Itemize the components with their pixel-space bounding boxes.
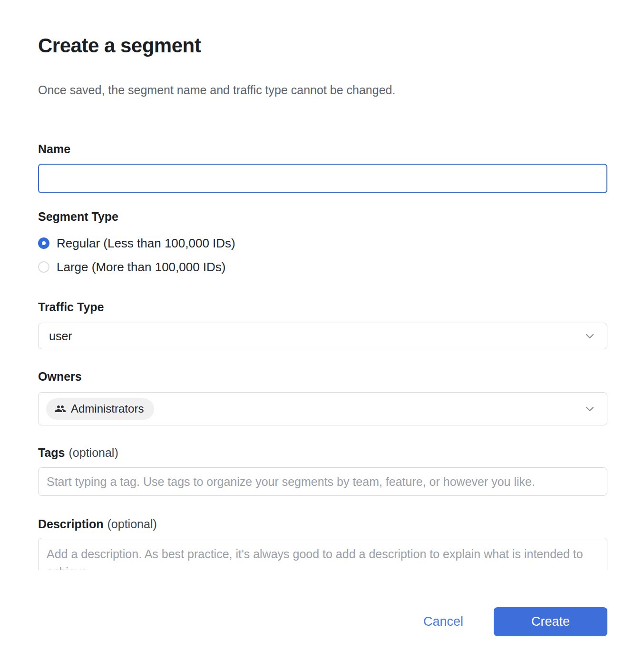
dialog-subtitle: Once saved, the segment name and traffic… [38, 83, 607, 97]
tags-label-text: Tags [38, 446, 65, 459]
radio-option-regular-label: Regular (Less than 100,000 IDs) [57, 236, 235, 251]
name-input[interactable] [38, 164, 607, 193]
description-optional-text: (optional) [107, 517, 157, 531]
page-title: Create a segment [38, 33, 607, 58]
dialog-footer: Cancel Create [38, 607, 607, 636]
chevron-down-icon [583, 329, 596, 343]
segment-type-radio-group: Regular (Less than 100,000 IDs) Large (M… [38, 231, 607, 279]
radio-option-large-label: Large (More than 100,000 IDs) [57, 260, 226, 275]
owner-chip-administrators[interactable]: Administrators [46, 398, 154, 420]
radio-option-large[interactable]: Large (More than 100,000 IDs) [38, 255, 607, 279]
create-segment-dialog: Create a segment Once saved, the segment… [38, 33, 607, 636]
description-clip-region [38, 538, 607, 570]
tags-input[interactable] [38, 467, 607, 496]
people-icon [55, 403, 66, 414]
owners-select[interactable]: Administrators [38, 392, 607, 425]
create-button[interactable]: Create [494, 607, 607, 636]
description-input[interactable] [38, 538, 607, 570]
name-label: Name [38, 142, 607, 156]
traffic-type-value: user [49, 329, 72, 343]
traffic-type-label: Traffic Type [38, 300, 607, 314]
chevron-down-icon [583, 402, 596, 415]
radio-selected-icon[interactable] [38, 237, 49, 249]
radio-option-regular[interactable]: Regular (Less than 100,000 IDs) [38, 231, 607, 255]
owner-chip-label: Administrators [71, 402, 144, 415]
description-label-text: Description [38, 517, 104, 531]
cancel-button[interactable]: Cancel [414, 610, 473, 634]
owners-label: Owners [38, 369, 607, 384]
description-label: Description(optional) [38, 517, 607, 531]
tags-optional-text: (optional) [69, 446, 118, 459]
segment-type-label: Segment Type [38, 209, 607, 224]
tags-label: Tags(optional) [38, 445, 607, 460]
radio-unselected-icon[interactable] [38, 261, 49, 273]
traffic-type-select[interactable]: user [38, 323, 607, 349]
